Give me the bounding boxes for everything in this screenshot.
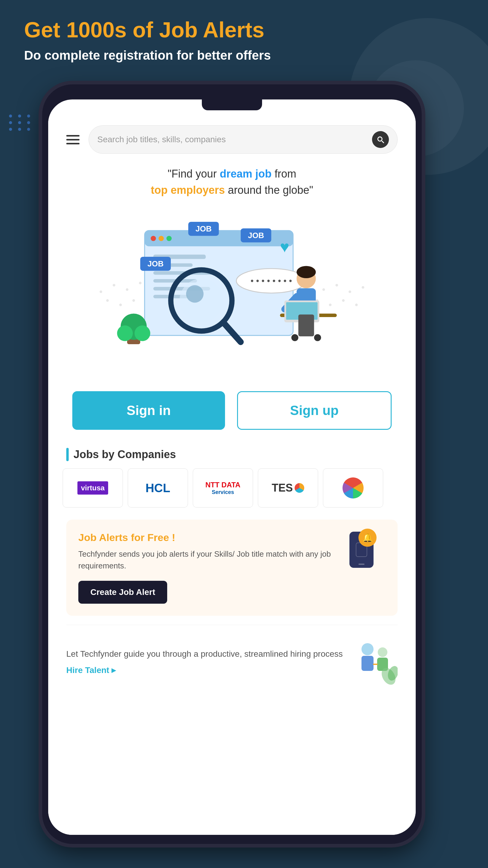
hero-quote-start: "Find your [168,167,220,180]
hero-blue-text: dream job [220,167,271,180]
companies-row: virtusa HCL NTT DATA Services TES [48,468,416,507]
hire-talent-text: Let Techfynder guide you through a produ… [66,648,350,675]
svg-point-45 [167,236,172,241]
hero-svg: JOB JOB JOB ♥ • • • • • • • • [48,204,416,379]
svg-point-74 [314,334,321,341]
top-bar: Search job titles, skills, companies [48,110,416,163]
svg-point-21 [106,299,109,302]
svg-point-77 [117,326,133,341]
signup-button[interactable]: Sign up [237,391,392,430]
hero-mid: from [271,167,296,180]
hamburger-menu-icon[interactable] [66,135,79,144]
svg-point-73 [291,334,298,341]
hero-text: "Find your dream job fromtop employers a… [48,163,416,204]
tes-circle-icon [295,483,304,493]
search-input[interactable]: Search job titles, skills, companies [97,135,367,144]
svg-point-20 [362,286,364,289]
phone-screen: Search job titles, skills, companies "Fi… [48,99,416,835]
section-title-companies: Jobs by Companies [48,442,416,468]
section-title-bar [66,448,69,461]
svg-text:JOB: JOB [195,224,212,233]
svg-point-80 [361,643,373,655]
hire-talent-section: Let Techfynder guide you through a produ… [66,625,398,698]
signin-button[interactable]: Sign in [72,391,225,430]
svg-rect-81 [361,656,373,671]
svg-point-62 [180,279,223,322]
company-hcl[interactable]: HCL [128,468,188,507]
job-alert-icon: 🔔 [350,532,386,568]
svg-point-82 [378,647,387,657]
header-area: Get 1000s of Job Alerts Do complete regi… [24,18,271,64]
svg-point-40 [355,304,358,306]
hire-talent-desc: Let Techfynder guide you through a produ… [66,648,350,660]
section-title-text: Jobs by Companies [73,448,176,461]
job-alert-content: Job Alerts for Free ! Techfynder sends y… [78,532,340,604]
phone-icon-shape: 🔔 [350,532,373,568]
company-tes[interactable]: TES [258,468,318,507]
svg-point-1 [113,284,116,287]
svg-point-78 [135,326,150,341]
hero-orange-text: top employers [151,184,225,196]
hcl-logo: HCL [145,481,170,495]
svg-point-38 [329,304,332,306]
search-button[interactable] [372,131,389,148]
svg-point-43 [151,236,156,241]
buttons-row: Sign in Sign up [48,379,416,442]
header-title: Get 1000s of Job Alerts [24,18,271,42]
svg-text:JOB: JOB [248,231,264,240]
svg-point-23 [132,299,135,302]
svg-point-17 [322,288,325,291]
job-alert-desc: Techfynder sends you job alerts if your … [78,548,340,572]
header-subtitle: Do complete registration for better offe… [24,47,271,64]
hire-talent-link[interactable]: Hire Talent ▸ [66,665,350,675]
svg-point-19 [349,290,351,293]
job-alert-banner: Job Alerts for Free ! Techfynder sends y… [66,520,398,616]
notification-bell-icon: 🔔 [358,529,377,547]
hero-illustration: JOB JOB JOB ♥ • • • • • • • • [48,204,416,379]
hire-talent-svg [350,637,398,685]
svg-text:♥: ♥ [280,239,289,256]
screen-content: Search job titles, skills, companies "Fi… [48,110,416,835]
search-icon [376,135,385,144]
tes-logo: TES [272,482,304,494]
ntt-logo: NTT DATA Services [205,481,240,495]
company-ntt[interactable]: NTT DATA Services [193,468,253,507]
wipro-logo [343,477,364,498]
svg-text:• • • • • • • •: • • • • • • • • [251,276,292,286]
hero-end: around the globe" [225,184,313,196]
svg-point-66 [297,266,316,278]
svg-point-44 [158,236,164,241]
wipro-dots-icon [343,477,364,498]
search-bar[interactable]: Search job titles, skills, companies [89,125,398,154]
svg-point-39 [342,299,345,302]
virtusa-logo: virtusa [77,481,108,495]
create-job-alert-button[interactable]: Create Job Alert [78,581,167,604]
phone-notch [202,99,262,110]
bg-dots [9,115,33,131]
phone-frame: Search job titles, skills, companies "Fi… [42,84,422,844]
hire-talent-illustration [350,637,398,685]
company-wipro[interactable] [323,468,383,507]
svg-rect-72 [298,314,314,336]
svg-point-18 [335,284,338,287]
svg-text:JOB: JOB [147,259,164,268]
job-alert-title: Job Alerts for Free ! [78,532,340,544]
svg-point-2 [126,288,129,291]
svg-point-63 [186,285,204,303]
svg-point-22 [119,304,122,306]
svg-point-3 [139,282,141,284]
company-virtusa[interactable]: virtusa [63,468,123,507]
svg-point-0 [100,290,102,293]
